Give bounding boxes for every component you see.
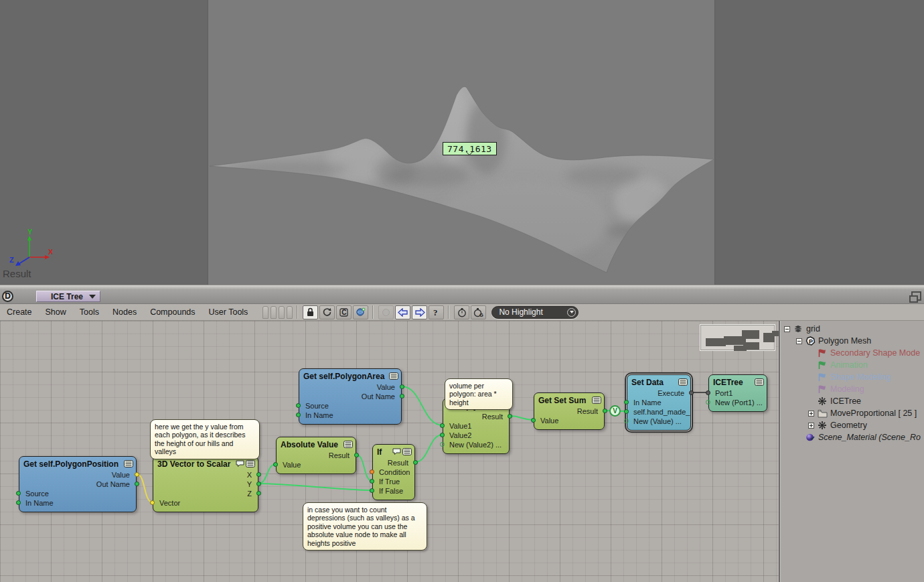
port-dot[interactable]: [273, 462, 278, 467]
port-dot[interactable]: [624, 400, 629, 405]
explorer-item-shape-modeling[interactable]: Shape Modeling: [780, 371, 924, 383]
port-label: In Name: [633, 398, 662, 407]
explorer-item-moveproportional-25[interactable]: MoveProportional [ 25 ]: [780, 407, 924, 419]
node-menu-icon[interactable]: [592, 394, 601, 407]
node-get-set-sum[interactable]: Get Set SumResultValue: [534, 392, 605, 430]
sticky-note-volume[interactable]: volume per polygon: area * height: [445, 378, 513, 410]
comment-bubble-icon[interactable]: [236, 458, 244, 470]
view-selector-dropdown[interactable]: ICE Tree: [36, 291, 100, 302]
port-out-name: Out Name: [299, 392, 401, 401]
port-dot[interactable]: [440, 433, 445, 437]
port-dot[interactable]: [296, 403, 301, 408]
explorer-item-secondary-shape-mode[interactable]: Secondary Shape Mode: [780, 347, 924, 359]
explorer-item-modeling[interactable]: Modeling: [780, 383, 924, 395]
port-dot[interactable]: [296, 413, 301, 417]
port-dot[interactable]: [150, 500, 155, 505]
explorer-item-icetree[interactable]: ICETree: [780, 395, 924, 407]
forward-icon[interactable]: [412, 305, 427, 319]
node-menu-icon[interactable]: [402, 446, 412, 458]
port-dot[interactable]: [135, 482, 139, 486]
port-dot[interactable]: [256, 472, 261, 477]
node-vector-to-scalar[interactable]: 3D Vector to ScalarXYZVector: [153, 456, 258, 512]
comment-bubble-icon[interactable]: [392, 446, 401, 458]
expand-icon[interactable]: [808, 411, 814, 417]
viewport-camera-pane[interactable]: 774.1613: [208, 0, 715, 285]
port-dot[interactable]: [413, 460, 418, 465]
lock-icon[interactable]: [303, 305, 318, 319]
port-dot[interactable]: [135, 472, 139, 477]
node-get-polygon-position[interactable]: Get self.PolygonPositionValueOut NameSou…: [19, 456, 137, 512]
port-dot[interactable]: [689, 390, 694, 395]
port-dot[interactable]: [256, 491, 261, 496]
ice-node-graph[interactable]: Get self.PolygonPositionValueOut NameSou…: [0, 321, 779, 582]
expand-icon[interactable]: [808, 423, 814, 429]
refresh-icon[interactable]: [319, 305, 335, 319]
port-label: In Name: [305, 411, 333, 419]
3d-viewport: 774.1613 Y X Z Result: [0, 0, 924, 285]
port-dot[interactable]: [16, 500, 21, 505]
node-set-data[interactable]: Set DataExecuteIn Nameself.hand_made_New…: [627, 374, 691, 431]
port-dot[interactable]: [706, 400, 710, 405]
port-dot[interactable]: [400, 384, 404, 389]
toolbar-separator: [297, 305, 297, 319]
explorer-item-grid[interactable]: grid: [780, 323, 924, 335]
explorer-panel: gridPPolygon MeshSecondary Shape ModeAni…: [779, 321, 924, 582]
explorer-item-animation[interactable]: Animation: [780, 359, 924, 371]
flag-icon: [817, 360, 828, 370]
port-dot[interactable]: [624, 409, 629, 414]
node-if[interactable]: IfResultConditionIf TrueIf False: [372, 444, 415, 500]
sticky-note-y-value[interactable]: here we get the y value from each polygo…: [150, 419, 260, 459]
port-dot[interactable]: [370, 469, 374, 474]
node-get-polygon-area[interactable]: Get self.PolygonAreaValueOut NameSourceI…: [299, 368, 402, 425]
port-dot[interactable]: [440, 442, 445, 447]
node-menu-icon[interactable]: [343, 439, 353, 451]
node-icetree[interactable]: ICETreePort1New (Port1) ...: [708, 374, 767, 412]
app-logo[interactable]: D: [2, 291, 13, 302]
port-execute: Execute: [627, 388, 690, 398]
timer-icon[interactable]: [454, 305, 469, 319]
explorer-item-polygon-mesh[interactable]: PPolygon Mesh: [780, 335, 924, 347]
clip-icon[interactable]: C: [336, 305, 352, 319]
port-dot[interactable]: [531, 418, 536, 423]
svg-text:?: ?: [433, 307, 438, 317]
sticky-note-depressions[interactable]: in case you want to count depressions (s…: [303, 502, 427, 551]
node-menu-icon[interactable]: [246, 458, 255, 470]
node-menu-icon[interactable]: [678, 376, 688, 388]
explorer-item-scene-material-scene-ro[interactable]: Scene_Material (Scene_Ro: [780, 431, 924, 443]
node-title: Set Data: [631, 378, 678, 387]
menu-tools[interactable]: Tools: [73, 305, 106, 319]
menu-show[interactable]: Show: [39, 305, 73, 319]
port-dot[interactable]: [624, 419, 629, 423]
restore-window-icon[interactable]: [911, 291, 921, 301]
menu-user-tools[interactable]: User Tools: [202, 305, 255, 319]
collapse-icon[interactable]: [784, 326, 790, 332]
port-dot[interactable]: [256, 482, 261, 486]
port-dot[interactable]: [508, 414, 512, 419]
port-dot[interactable]: [706, 390, 710, 395]
highlight-mode-dropdown[interactable]: No Highlight: [491, 306, 579, 319]
back-icon[interactable]: [395, 305, 410, 319]
port-dot[interactable]: [16, 491, 21, 496]
port-dot[interactable]: [370, 488, 374, 493]
port-dot[interactable]: [603, 409, 607, 413]
node-absolute-value[interactable]: Absolute ValueResultValue: [276, 437, 356, 474]
graph-navigator[interactable]: [700, 324, 775, 351]
help-icon[interactable]: ?: [429, 305, 444, 319]
port-dot[interactable]: [440, 423, 445, 428]
menu-create[interactable]: Create: [0, 305, 39, 319]
port-dot[interactable]: [400, 394, 404, 398]
web-update-icon[interactable]: [353, 305, 368, 319]
port-dot[interactable]: [370, 479, 374, 484]
node-menu-icon[interactable]: [755, 376, 764, 388]
history-icon[interactable]: [378, 305, 394, 319]
conversion-badge[interactable]: V: [609, 405, 621, 417]
port-dot[interactable]: [354, 453, 359, 457]
port-result: Result: [534, 407, 604, 416]
menu-compounds[interactable]: Compounds: [143, 305, 202, 319]
collapse-icon[interactable]: [796, 338, 802, 344]
explorer-item-geometry[interactable]: Geometry: [780, 419, 924, 431]
node-menu-icon[interactable]: [389, 370, 398, 382]
menu-nodes[interactable]: Nodes: [106, 305, 143, 319]
node-menu-icon[interactable]: [124, 458, 133, 470]
timer-group-icon[interactable]: G: [471, 305, 486, 319]
